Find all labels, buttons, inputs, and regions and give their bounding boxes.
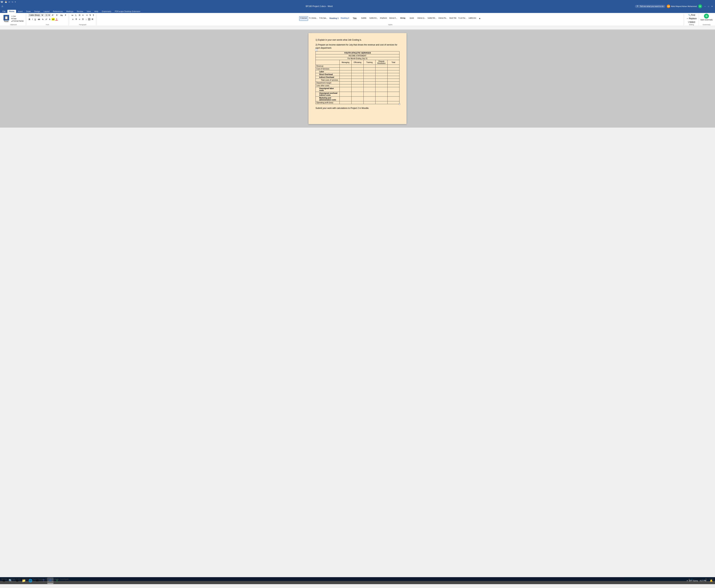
cell-op-training[interactable] <box>364 101 375 104</box>
style-quote[interactable]: Quote <box>407 16 416 21</box>
format-painter-button[interactable]: 🖌 Format Painter <box>11 20 24 22</box>
style-h1[interactable]: Heading 1 <box>328 16 340 21</box>
cell-ul-training[interactable] <box>364 87 375 92</box>
cell-uo-officiating[interactable] <box>351 92 364 97</box>
undo-button[interactable]: ↩ <box>8 1 10 3</box>
cell-dm-total[interactable] <box>387 82 399 84</box>
style-extra[interactable]: AaBbCcDc <box>468 16 477 21</box>
cell-io-total[interactable] <box>387 76 399 79</box>
minimize-button[interactable]: ─ <box>703 5 707 8</box>
style-no-spacing[interactable]: ¶ No Spa... <box>319 16 328 21</box>
cell-labor-dispute[interactable] <box>375 70 387 73</box>
cell-do-dispute[interactable] <box>375 73 387 76</box>
style-subtle-em[interactable]: Subtle Em... <box>369 16 379 21</box>
cell-dm-managing[interactable] <box>340 82 351 84</box>
cell-tc-managing[interactable] <box>340 79 351 82</box>
maximize-button[interactable]: □ <box>707 5 710 8</box>
tab-draw[interactable]: Draw <box>24 10 32 13</box>
redo-button[interactable]: ↪ <box>11 1 14 3</box>
align-center-button[interactable]: ☰ <box>75 18 78 21</box>
text-highlight-button[interactable]: ab <box>51 18 55 20</box>
cell-revenue-managing[interactable] <box>340 65 351 67</box>
cell-tc-dispute[interactable] <box>375 79 387 82</box>
style-title[interactable]: Title <box>350 16 359 21</box>
font-color-button[interactable]: A <box>55 18 58 21</box>
cell-ul-dispute[interactable] <box>375 87 387 92</box>
styles-more-button[interactable]: ▼ <box>478 17 481 20</box>
cell-do-officiating[interactable] <box>351 73 364 76</box>
paste-button[interactable]: 📋 Paste <box>2 15 10 23</box>
cell-do-training[interactable] <box>364 73 375 76</box>
cell-io-managing[interactable] <box>340 76 351 79</box>
cut-button[interactable]: ✂ Cut <box>11 15 24 17</box>
cell-op-officiating[interactable] <box>351 101 364 104</box>
user-info[interactable]: AM Abdul Majeed Adnan Mohammed <box>667 4 697 8</box>
numbering-button[interactable]: 1. <box>74 14 78 17</box>
cell-op-dispute[interactable] <box>375 101 387 104</box>
border-button[interactable]: ⊞ <box>91 18 94 21</box>
cell-dm-training[interactable] <box>364 82 375 84</box>
cell-lo-dispute[interactable] <box>375 84 387 87</box>
style-intense-em[interactable]: Intense E... <box>388 16 398 21</box>
cell-revenue-officiating[interactable] <box>351 65 364 67</box>
style-intense-q[interactable]: Intense Q... <box>416 16 427 21</box>
cell-dm-officiating[interactable] <box>351 82 364 84</box>
shading-button[interactable] <box>88 18 90 20</box>
style-no-space[interactable]: ¶ 1 Norep... <box>308 16 318 21</box>
tab-references[interactable]: References <box>51 10 65 13</box>
align-right-button[interactable]: ≡ <box>78 18 81 21</box>
cell-uo-managing[interactable] <box>340 92 351 97</box>
tab-view[interactable]: View <box>85 10 92 13</box>
style-strong[interactable]: Strong <box>398 16 407 21</box>
table-move-handle[interactable]: ⊹ <box>315 49 318 51</box>
cell-cos-managing[interactable] <box>340 67 351 70</box>
quick-access-toolbar[interactable]: W 💾 ↩ ↪ ▼ <box>0 0 715 4</box>
cell-op-managing[interactable] <box>340 101 351 104</box>
find-button[interactable]: 🔍 Find <box>688 14 696 17</box>
tab-pdfscape[interactable]: PDFscape Desktop Extension <box>113 10 142 13</box>
justify-button[interactable]: ☰ <box>81 18 85 21</box>
open-grammarly-button[interactable]: G Open Grammarly <box>700 14 713 21</box>
style-intense-ref[interactable]: Intense Re... <box>437 16 448 21</box>
cell-cos-total[interactable] <box>387 67 399 70</box>
cell-labor-officiating[interactable] <box>351 70 364 73</box>
style-subtitle[interactable]: Subtitle <box>360 16 368 21</box>
cell-cos-dispute[interactable] <box>375 67 387 70</box>
cell-uo-total[interactable] <box>387 92 399 97</box>
cell-revenue-training[interactable] <box>364 65 375 67</box>
save-button[interactable]: 💾 <box>4 1 7 3</box>
superscript-button[interactable]: x² <box>45 18 48 21</box>
cell-io-training[interactable] <box>364 76 375 79</box>
cell-labor-total[interactable] <box>387 70 399 73</box>
style-h2[interactable]: Heading 2 <box>340 16 350 21</box>
cell-lo-managing[interactable] <box>340 84 351 87</box>
font-size-select[interactable]: 11 <box>44 14 51 17</box>
tab-insert[interactable]: Insert <box>16 10 24 13</box>
tab-grammarly[interactable]: Grammarly <box>100 10 113 13</box>
subscript-button[interactable]: x₂ <box>41 18 44 21</box>
replace-button[interactable]: ↔ Replace <box>686 17 697 20</box>
sort-button[interactable]: ⇅ <box>89 14 92 17</box>
cell-tc-officiating[interactable] <box>351 79 364 82</box>
cell-io-dispute[interactable] <box>375 76 387 79</box>
style-list-para[interactable]: ¶ List Par... <box>458 16 467 21</box>
cell-uo-dispute[interactable] <box>375 92 387 97</box>
italic-button[interactable]: I <box>31 18 33 21</box>
strikethrough-button[interactable]: ab <box>37 18 41 21</box>
align-left-button[interactable]: ≡ <box>71 18 74 21</box>
close-button[interactable]: ✕ <box>711 5 714 8</box>
cell-ul-managing[interactable] <box>340 87 351 92</box>
clear-format-button[interactable]: ✦ <box>64 14 67 17</box>
cell-cos-training[interactable] <box>364 67 375 70</box>
decrease-indent-button[interactable]: ⇤ <box>82 14 85 17</box>
cell-lo-total[interactable] <box>387 84 399 87</box>
select-button[interactable]: ⤵ Select <box>687 21 696 23</box>
cell-labor-managing[interactable] <box>340 70 351 73</box>
tab-design[interactable]: Design <box>32 10 42 13</box>
style-book-title[interactable]: Book Title <box>449 16 457 21</box>
cell-lo-officiating[interactable] <box>351 84 364 87</box>
increase-font-button[interactable]: A⁺ <box>51 14 55 17</box>
cell-tc-total[interactable] <box>387 79 399 82</box>
tab-home[interactable]: Home <box>7 10 16 13</box>
cell-ma-managing[interactable] <box>340 97 351 101</box>
